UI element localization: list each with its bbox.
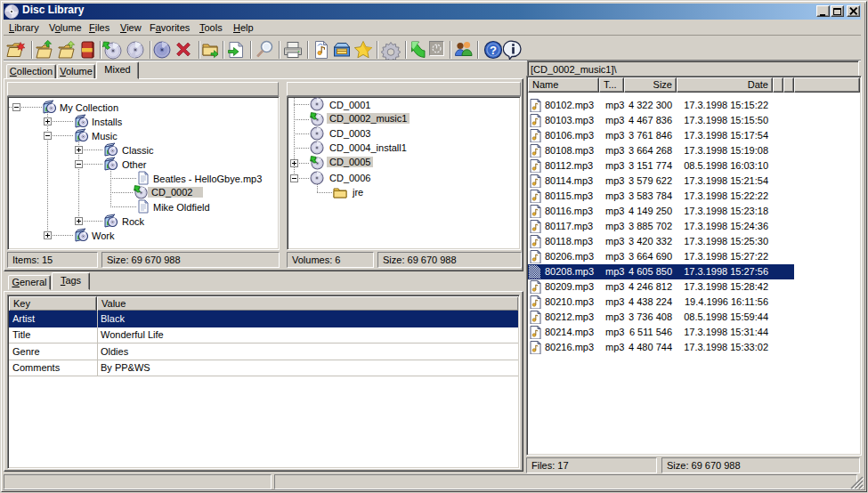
svg-text:?: ? [490, 44, 497, 57]
